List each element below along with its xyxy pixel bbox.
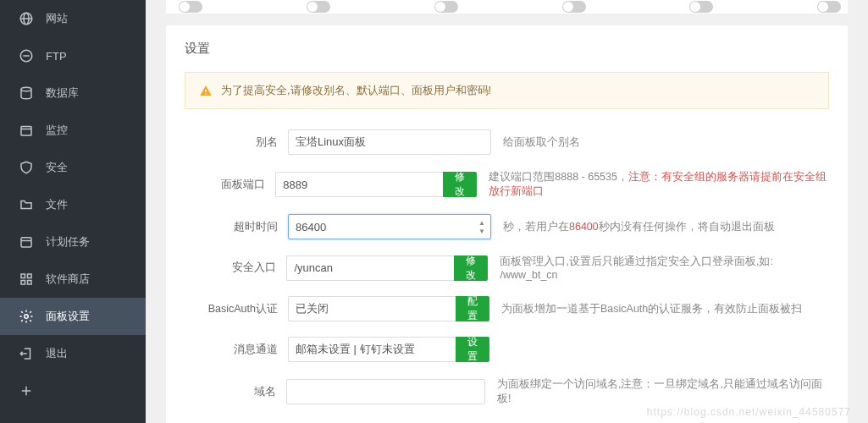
toggle-4[interactable] [562, 1, 586, 13]
label-alias: 别名 [185, 135, 278, 150]
gear-icon [19, 309, 34, 324]
shield-icon [19, 160, 34, 175]
sidebar-item-security[interactable]: 安全 [0, 149, 146, 186]
svg-rect-10 [21, 274, 25, 278]
alias-input[interactable] [288, 129, 491, 155]
domain-input[interactable] [286, 379, 485, 404]
entrance-input[interactable] [286, 255, 456, 281]
port-input[interactable] [275, 172, 445, 197]
sidebar-item-label: 网站 [46, 11, 68, 26]
sidebar-item-cron[interactable]: 计划任务 [0, 223, 146, 261]
sidebar-item-label: 文件 [46, 197, 68, 212]
panel-title: 设置 [185, 41, 829, 57]
sidebar-item-label: 软件商店 [46, 272, 90, 287]
svg-rect-17 [205, 90, 206, 92]
spinner[interactable]: ▲▼ [476, 216, 488, 238]
security-alert: 为了提高安全,请修改别名、默认端口、面板用户和密码! [185, 72, 829, 109]
sidebar-item-website[interactable]: 网站 [0, 0, 146, 37]
label-domain: 域名 [185, 385, 276, 399]
sidebar-item-label: 退出 [46, 346, 68, 361]
alert-text: 为了提高安全,请修改别名、默认端口、面板用户和密码! [221, 83, 491, 98]
toggle-2[interactable] [307, 1, 330, 13]
label-timeout: 超时时间 [185, 220, 278, 234]
grid-icon [19, 272, 34, 287]
calendar-icon [19, 234, 34, 250]
timeout-input[interactable] [288, 214, 491, 239]
svg-rect-11 [28, 274, 32, 278]
sidebar-item-label: 面板设置 [46, 309, 90, 324]
sidebar-item-database[interactable]: 数据库 [0, 74, 146, 112]
toggle-1[interactable] [179, 1, 202, 13]
exit-icon [19, 346, 34, 361]
folder-icon [19, 197, 34, 212]
toggle-3[interactable] [434, 1, 458, 13]
svg-point-5 [21, 87, 31, 91]
row-alias: 别名 给面板取个别名 [185, 129, 829, 155]
channel-set-button[interactable]: 设置 [456, 337, 489, 362]
basicauth-input[interactable] [288, 296, 457, 321]
sidebar-item-label: 安全 [46, 160, 68, 175]
hint-domain: 为面板绑定一个访问域名,注意：一旦绑定域名,只能通过域名访问面板! [497, 377, 829, 406]
ftp-icon [19, 48, 34, 63]
hint-timeout: 秒，若用户在86400秒内没有任何操作，将自动退出面板 [503, 220, 775, 234]
sidebar-item-label: 监控 [46, 123, 68, 138]
row-basicauth: BasicAuth认证 配置 为面板增加一道基于BasicAuth的认证服务，有… [185, 296, 829, 321]
globe-icon [19, 11, 34, 26]
svg-rect-8 [21, 238, 31, 247]
label-port: 面板端口 [185, 178, 265, 192]
hint-alias: 给面板取个别名 [503, 135, 580, 150]
sidebar-item-monitor[interactable]: 监控 [0, 112, 146, 149]
row-port: 面板端口 修改 建议端口范围8888 - 65535，注意：有安全组的服务器请提… [185, 170, 829, 199]
sidebar-item-label: 计划任务 [46, 234, 90, 250]
svg-point-14 [25, 315, 29, 319]
channel-input[interactable] [288, 337, 457, 362]
row-timeout: 超时时间 ▲▼ 秒，若用户在86400秒内没有任何操作，将自动退出面板 [185, 214, 829, 239]
spinner-down-icon: ▼ [476, 227, 488, 235]
entrance-modify-button[interactable]: 修改 [454, 255, 488, 281]
monitor-icon [19, 123, 34, 138]
svg-rect-6 [21, 127, 31, 136]
settings-panel: 设置 为了提高安全,请修改别名、默认端口、面板用户和密码! 别名 给面板取个别名… [166, 25, 848, 423]
sidebar-item-logout[interactable]: 退出 [0, 335, 146, 372]
label-channel: 消息通道 [185, 343, 278, 357]
top-toggle-bar [166, 0, 848, 14]
warning-icon [199, 84, 213, 97]
watermark: https://blog.csdn.net/weixin_44580577 [647, 406, 851, 418]
svg-rect-12 [21, 281, 25, 285]
sidebar-item-add[interactable] [0, 372, 146, 409]
sidebar-item-ftp[interactable]: FTP [0, 37, 146, 74]
row-channel: 消息通道 设置 [185, 337, 829, 362]
basicauth-config-button[interactable]: 配置 [456, 296, 489, 321]
row-domain: 域名 为面板绑定一个访问域名,注意：一旦绑定域名,只能通过域名访问面板! [185, 377, 829, 406]
row-entrance: 安全入口 修改 面板管理入口,设置后只能通过指定安全入口登录面板,如: /www… [185, 255, 829, 281]
sidebar-item-store[interactable]: 软件商店 [0, 261, 146, 298]
database-icon [19, 85, 34, 101]
toggle-6[interactable] [817, 1, 841, 13]
toggle-5[interactable] [689, 1, 713, 13]
hint-port: 建议端口范围8888 - 65535，注意：有安全组的服务器请提前在安全组放行新… [489, 170, 829, 199]
label-entrance: 安全入口 [185, 261, 276, 275]
port-modify-button[interactable]: 修改 [443, 172, 477, 197]
main-area: 设置 为了提高安全,请修改别名、默认端口、面板用户和密码! 别名 给面板取个别名… [146, 0, 868, 423]
sidebar-item-label: 数据库 [46, 85, 79, 101]
sidebar-item-settings[interactable]: 面板设置 [0, 298, 146, 335]
svg-rect-18 [205, 93, 206, 94]
sidebar-item-label: FTP [46, 50, 67, 63]
svg-rect-13 [28, 281, 32, 285]
sidebar-item-files[interactable]: 文件 [0, 186, 146, 223]
spinner-up-icon: ▲ [476, 218, 488, 227]
plus-icon [19, 383, 34, 398]
hint-basicauth: 为面板增加一道基于BasicAuth的认证服务，有效防止面板被扫 [501, 302, 802, 316]
hint-entrance: 面板管理入口,设置后只能通过指定安全入口登录面板,如: /www_bt_cn [500, 255, 829, 281]
label-basicauth: BasicAuth认证 [185, 302, 278, 316]
sidebar: 网站 FTP 数据库 监控 安全 文件 计划任务 软件商店 面板设置 退出 [0, 0, 146, 423]
